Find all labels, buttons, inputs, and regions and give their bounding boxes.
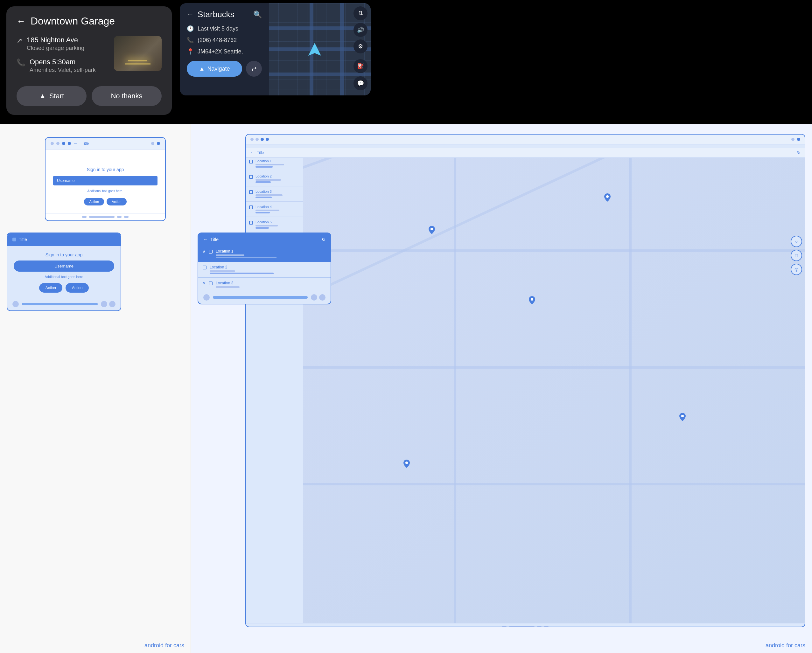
wf-overlay-username[interactable]: Username: [14, 261, 114, 272]
map-wf-location-list: Location 1 Location 2: [246, 156, 303, 623]
clock-icon: 🕐: [187, 25, 194, 32]
map-wf-loc-name-1: Location 1: [255, 159, 284, 163]
map-wf-check-1: [249, 160, 253, 163]
map-wf-back: ←: [250, 151, 254, 155]
garage-address: 185 Nighton Ave: [27, 36, 84, 44]
map-wf-loc-name-3: Location 3: [255, 189, 282, 194]
wf-overlay-action1[interactable]: Action: [39, 283, 63, 293]
wf-username-input[interactable]: Username: [53, 176, 157, 185]
android-for-cars-label-right: android for cars: [766, 642, 805, 649]
garage-back-icon[interactable]: ←: [17, 16, 26, 26]
wf-overlay-footer-bar: [22, 303, 98, 305]
starbucks-panel: ← Starbucks 🔍 🕐 Last visit 5 days 📞 (206…: [180, 3, 269, 95]
map-overlay-loc-3[interactable]: ∨ Location 3: [198, 278, 331, 291]
map-pin-2: [604, 194, 611, 203]
wf-dot-2: [56, 142, 60, 145]
wf-overlay-title: Title: [19, 237, 27, 242]
navigation-icon: ▲: [39, 92, 46, 100]
signin-wireframe-outer: ← Title Sign in to your app Username Add…: [45, 137, 166, 221]
wf-footer: [46, 213, 165, 220]
bottom-section: ← Title Sign in to your app Username Add…: [0, 124, 812, 653]
wf-overlay-footer-dot-2: [109, 301, 116, 307]
map-report-button[interactable]: 💬: [354, 76, 368, 90]
map-fuel-button[interactable]: ⛽: [354, 59, 368, 73]
starbucks-address-row: 📍 JM64+2X Seattle,: [187, 48, 262, 55]
map-overlay-check-3: [209, 281, 212, 285]
wf-back-arrow: ←: [73, 141, 78, 146]
garage-actions: ▲ Start No thanks: [17, 86, 162, 106]
map-overlay-chevron-1: ∧: [203, 249, 206, 253]
map-pin-3: [529, 296, 535, 306]
map-overlay-loc-name-2: Location 2: [210, 265, 326, 269]
starbucks-header: ← Starbucks 🔍: [187, 9, 262, 20]
starbucks-card: ← Starbucks 🔍 🕐 Last visit 5 days 📞 (206…: [180, 3, 371, 95]
wf-dot-5: [151, 142, 154, 145]
map-overlay-loc-1[interactable]: ∧ Location 1: [198, 246, 331, 262]
route-button[interactable]: ⇄: [246, 61, 262, 77]
map-wf-dot-2: [255, 138, 259, 141]
starbucks-search-icon[interactable]: 🔍: [253, 11, 262, 19]
garage-image: [114, 36, 162, 71]
map-ctrl-btn-2[interactable]: □: [791, 250, 802, 261]
bottom-left-wireframes: ← Title Sign in to your app Username Add…: [0, 124, 191, 653]
map-volume-button[interactable]: 🔊: [354, 23, 368, 37]
no-thanks-button[interactable]: No thanks: [92, 86, 162, 106]
map-ctrl-btn-1[interactable]: ○: [791, 236, 802, 247]
map-wf-loc-bar-5b: [255, 227, 269, 229]
svg-point-1: [606, 195, 609, 198]
map-pin-icon: 📍: [187, 48, 194, 55]
start-button[interactable]: ▲ Start: [17, 86, 87, 106]
wf-overlay-sign-in: Sign in to your app: [46, 252, 83, 257]
map-overlay-footer-dots: [311, 294, 325, 301]
map-overlay-loc-2[interactable]: Location 2: [198, 262, 331, 278]
map-overlay-chevron-3: ∨: [203, 281, 206, 285]
map-pin-1: [429, 226, 435, 235]
map-overlay-loc-bar-2a: [210, 270, 235, 272]
map-wf-check-2: [249, 175, 253, 179]
map-side-buttons: ⇅ 🔊 ⚙: [354, 6, 368, 53]
map-wf-loc-name-4: Location 4: [255, 205, 279, 209]
wf-overlay-dot: [12, 238, 16, 241]
wf-overlay-action2[interactable]: Action: [66, 283, 89, 293]
map-wf-loc-bar-1a: [255, 164, 284, 165]
map-wf-refresh[interactable]: ↻: [797, 151, 800, 155]
signin-wireframe-overlay: Title Sign in to your app Username Addit…: [7, 232, 121, 311]
map-overlay-refresh-icon[interactable]: ↻: [322, 237, 325, 242]
map-wf-loc-bar-3b: [255, 197, 272, 198]
map-wf-footer-bar-1: [502, 626, 507, 627]
map-overlay-inner: ← Title ↻ ∧ Location 1: [198, 232, 331, 304]
svg-point-2: [531, 298, 533, 301]
map-wireframe-outer: ← Title ↻ Location 1: [245, 134, 805, 627]
location-icon: ↗: [17, 37, 22, 45]
starbucks-back-icon[interactable]: ←: [187, 11, 194, 19]
navigate-button[interactable]: ▲ Navigate: [187, 61, 242, 77]
map-overlay-check-1: [209, 250, 212, 253]
wf-dot-6: [157, 142, 160, 145]
map-wf-dots: [250, 138, 269, 141]
wf-action2-button[interactable]: Action: [107, 198, 127, 206]
garage-address-type: Closed garage parking: [27, 45, 84, 52]
map-overlay-header: ← Title ↻: [198, 233, 331, 246]
wf-overlay-header: Title: [7, 233, 121, 246]
map-wf-body: ← Title ↻ Location 1: [246, 144, 805, 623]
map-wf-map-area: [303, 156, 805, 623]
svg-point-0: [430, 228, 433, 230]
map-ctrl-btn-3[interactable]: ◎: [791, 264, 802, 275]
wf-dot-3: [62, 142, 65, 145]
map-layers-button[interactable]: ⇅: [354, 6, 368, 20]
map-wf-loc-bar-5a: [255, 225, 278, 226]
garage-hours-row: 📞 Opens 5:30am Amenities: Valet, self-pa…: [17, 58, 109, 73]
map-wf-footer-bar-3: [537, 626, 542, 627]
starbucks-address: JM64+2X Seattle,: [198, 48, 243, 55]
map-wf-loc-bar-4b: [255, 212, 270, 214]
map-wf-loc-name-2: Location 2: [255, 174, 281, 178]
map-settings-button[interactable]: ⚙: [354, 40, 368, 53]
wf-action1-button[interactable]: Action: [84, 198, 104, 206]
map-wf-location-5: Location 5: [246, 217, 303, 232]
map-wf-footer: [246, 623, 805, 627]
map-wf-footer-bar-2: [509, 626, 534, 627]
wf-dot-1: [50, 142, 54, 145]
garage-address-row: ↗ 185 Nighton Ave Closed garage parking: [17, 36, 109, 52]
map-wf-loc-bar-1b: [255, 166, 273, 168]
map-overlay-loc-bar-3a: [216, 286, 240, 288]
